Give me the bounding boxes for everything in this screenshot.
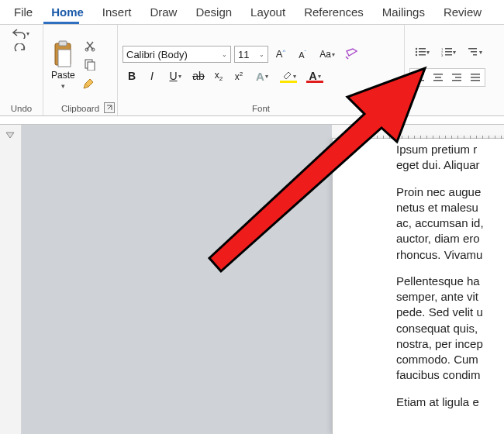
multilevel-list-button[interactable]: ▾ xyxy=(462,43,487,60)
group-undo: ▾ Undo xyxy=(0,25,43,115)
text-effects-button[interactable]: A▾ xyxy=(250,67,274,84)
multilevel-icon xyxy=(468,47,478,57)
redo-button[interactable] xyxy=(13,43,27,54)
svg-rect-23 xyxy=(415,77,421,78)
font-color-button[interactable]: A ▾ xyxy=(302,67,327,84)
font-name-select[interactable]: Calibri (Body)⌄ xyxy=(123,46,231,63)
svg-rect-28 xyxy=(452,74,461,75)
body-text: Proin nec auguenetus et malesuac, accums… xyxy=(396,184,504,263)
copy-button[interactable] xyxy=(83,58,97,71)
numbering-icon: 123 xyxy=(441,47,452,57)
svg-rect-22 xyxy=(415,74,424,75)
decrease-font-size-button[interactable]: Aˇ xyxy=(293,46,312,63)
align-left-button[interactable] xyxy=(410,69,429,86)
tab-draw[interactable]: Draw xyxy=(142,2,185,22)
increase-font-size-button[interactable]: A^ xyxy=(271,46,290,63)
underline-button[interactable]: U▾ xyxy=(163,67,188,84)
svg-point-11 xyxy=(415,54,416,56)
document-page[interactable]: Ipsum pretium reget dui. Aliquar Proin n… xyxy=(332,139,504,434)
svg-rect-18 xyxy=(445,54,452,56)
numbering-button[interactable]: 123▾ xyxy=(436,43,461,60)
clear-formatting-button[interactable] xyxy=(343,46,361,63)
bullets-icon xyxy=(415,47,426,57)
clipboard-icon xyxy=(51,40,74,68)
justify-button[interactable] xyxy=(466,69,485,86)
tab-insert[interactable]: Insert xyxy=(95,2,140,22)
svg-rect-14 xyxy=(445,48,452,50)
scissors-icon xyxy=(84,40,96,52)
tab-mailings[interactable]: Mailings xyxy=(375,2,433,22)
highlight-color-swatch xyxy=(280,81,297,83)
group-label-undo: Undo xyxy=(5,102,38,115)
strikethrough-button[interactable]: ab xyxy=(189,67,208,84)
indent-marker-icon[interactable] xyxy=(359,127,370,138)
tab-design[interactable]: Design xyxy=(188,2,240,22)
bullets-button[interactable]: ▾ xyxy=(409,43,434,60)
horizontal-ruler[interactable] xyxy=(332,125,504,139)
ribbon-tabs: File Home Insert Draw Design Layout Refe… xyxy=(0,0,504,22)
tab-layout[interactable]: Layout xyxy=(243,2,293,22)
svg-rect-27 xyxy=(433,80,443,81)
svg-rect-10 xyxy=(419,51,426,53)
svg-rect-16 xyxy=(445,51,452,53)
font-color-swatch xyxy=(306,81,323,83)
paste-label: Paste xyxy=(51,70,75,81)
highlighter-icon xyxy=(281,71,292,81)
svg-rect-26 xyxy=(435,77,441,78)
document-workspace: Ipsum pretium reget dui. Aliquar Proin n… xyxy=(0,124,504,434)
tab-review[interactable]: Review xyxy=(436,2,489,22)
group-font: Calibri (Body)⌄ 11⌄ A^ Aˇ Aa▾ B I U▾ ab … xyxy=(118,25,405,115)
font-size-value: 11 xyxy=(238,49,249,60)
copy-icon xyxy=(84,58,96,71)
tab-references[interactable]: References xyxy=(296,2,371,22)
subscript-button[interactable]: x2 xyxy=(209,67,228,84)
bold-button[interactable]: B xyxy=(123,67,141,84)
cut-button[interactable] xyxy=(83,40,97,52)
tab-file[interactable]: File xyxy=(6,2,40,22)
svg-rect-19 xyxy=(468,48,477,50)
svg-rect-33 xyxy=(471,80,480,81)
svg-rect-29 xyxy=(455,77,461,78)
font-size-select[interactable]: 11⌄ xyxy=(234,46,268,63)
svg-rect-31 xyxy=(471,74,480,75)
svg-point-9 xyxy=(415,51,416,53)
group-paragraph: ▾ 123▾ ▾ xyxy=(405,25,504,115)
tab-home[interactable]: Home xyxy=(43,2,91,22)
group-label-font: Font xyxy=(123,102,399,115)
align-center-button[interactable] xyxy=(429,69,447,86)
svg-rect-12 xyxy=(419,54,426,56)
font-name-value: Calibri (Body) xyxy=(126,49,188,60)
vertical-ruler[interactable] xyxy=(0,125,22,434)
svg-rect-30 xyxy=(452,80,461,81)
superscript-button[interactable]: x2 xyxy=(230,67,248,84)
svg-marker-34 xyxy=(6,133,14,138)
body-text: Pellentesque hasemper, ante vitpede. Sed… xyxy=(396,274,504,384)
svg-rect-24 xyxy=(415,80,424,81)
change-case-button[interactable]: Aa▾ xyxy=(315,46,340,63)
svg-rect-20 xyxy=(471,51,477,53)
eraser-icon xyxy=(345,48,359,60)
group-clipboard: Paste ▾ Clipboard xyxy=(43,25,118,115)
svg-rect-32 xyxy=(471,77,480,78)
paste-button[interactable]: Paste ▾ xyxy=(48,40,78,90)
format-painter-button[interactable] xyxy=(83,77,97,91)
svg-point-7 xyxy=(415,48,416,50)
svg-rect-21 xyxy=(473,54,477,56)
paintbrush-icon xyxy=(83,77,97,91)
ribbon: ▾ Undo Paste ▾ xyxy=(0,25,504,116)
font-dialog-launcher[interactable] xyxy=(391,102,402,113)
italic-button[interactable]: I xyxy=(143,67,161,84)
highlight-color-button[interactable]: ▾ xyxy=(276,67,301,84)
group-label-clipboard: Clipboard xyxy=(48,102,112,115)
align-right-button[interactable] xyxy=(447,69,466,86)
svg-rect-8 xyxy=(419,48,426,50)
body-text: Ipsum pretium r xyxy=(396,143,477,156)
group-label-paragraph xyxy=(409,102,499,115)
svg-rect-1 xyxy=(59,41,67,46)
svg-rect-6 xyxy=(88,62,95,71)
clipboard-launcher[interactable] xyxy=(104,102,115,113)
svg-text:3: 3 xyxy=(441,53,444,57)
undo-button[interactable]: ▾ xyxy=(8,28,33,39)
svg-rect-25 xyxy=(433,74,443,75)
svg-marker-36 xyxy=(361,129,368,134)
